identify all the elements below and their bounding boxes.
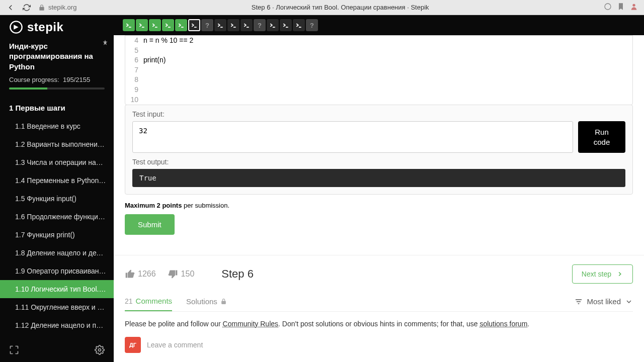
settings-icon[interactable]: [95, 345, 105, 357]
step-box[interactable]: [240, 19, 253, 31]
fullscreen-icon[interactable]: [9, 345, 19, 357]
bookmark-icon[interactable]: [617, 3, 625, 13]
svg-point-1: [632, 4, 635, 6]
logo[interactable]: stepik: [0, 15, 114, 38]
step-box[interactable]: [214, 19, 226, 31]
thumbs-down-icon: [168, 269, 178, 279]
step-box[interactable]: ?: [306, 19, 318, 31]
test-block: Test input: 32 Run code Test output: Tru…: [125, 105, 633, 195]
lock-icon: [220, 298, 227, 305]
dislike-button[interactable]: 150: [168, 269, 195, 279]
step-box[interactable]: [149, 19, 161, 31]
community-rules-link[interactable]: Community Rules: [223, 320, 278, 328]
sidebar-item-lesson[interactable]: 1.6 Продолжение функции…: [0, 208, 114, 226]
profile-icon[interactable]: [630, 3, 638, 13]
chevron-down-icon: [625, 298, 633, 306]
run-code-button[interactable]: Run code: [578, 121, 625, 153]
url-bar[interactable]: stepik.org: [38, 4, 76, 11]
test-output-label: Test output:: [132, 158, 625, 166]
test-input-label: Test input:: [132, 110, 625, 118]
tab-solutions[interactable]: Solutions: [186, 292, 227, 311]
svg-point-3: [99, 349, 101, 351]
sidebar-item-lesson[interactable]: 1.3 Числа и операции над …: [0, 153, 114, 171]
sidebar-item-lesson[interactable]: 1.8 Деление нацело и дел…: [0, 244, 114, 262]
sidebar-item-lesson[interactable]: 1.1 Введение в курс: [0, 117, 114, 135]
comment-input[interactable]: Leave a comment: [147, 341, 633, 349]
back-button[interactable]: [6, 3, 15, 12]
submit-button[interactable]: Submit: [125, 214, 175, 235]
step-label: Step 6: [221, 267, 254, 281]
tab-comments[interactable]: 21 Comments: [125, 292, 172, 311]
sidebar: stepik Инди-курс программирования на Pyt…: [0, 15, 114, 362]
sidebar-item-lesson[interactable]: 1.2 Варианты выполнения…: [0, 135, 114, 153]
sidebar-item-lesson[interactable]: 1.4 Переменные в Python. …: [0, 171, 114, 190]
test-output: True: [132, 169, 625, 187]
code-editor[interactable]: 4n = n % 10 == 256print(n)78910: [125, 35, 633, 105]
like-button[interactable]: 1266: [125, 269, 156, 279]
step-box[interactable]: [280, 19, 292, 31]
main-content: ??? 4n = n % 10 == 256print(n)78910 Test…: [114, 15, 644, 362]
reader-icon[interactable]: [604, 3, 612, 13]
progress-bar: [9, 87, 105, 89]
step-box[interactable]: [123, 19, 135, 31]
browser-toolbar: stepik.org Step 6 · Логический тип Bool.…: [0, 0, 644, 15]
solutions-forum-link[interactable]: solutions forum: [479, 320, 527, 328]
step-box[interactable]: [188, 19, 200, 31]
sidebar-item-lesson[interactable]: 1.5 Функция input(): [0, 190, 114, 208]
sidebar-item-lesson[interactable]: 1.7 Функция print(): [0, 226, 114, 244]
step-navigation: ???: [114, 15, 644, 35]
sort-icon: [575, 298, 583, 306]
thumbs-up-icon: [125, 269, 135, 279]
step-box[interactable]: [162, 19, 174, 31]
reload-button[interactable]: [22, 3, 31, 12]
svg-point-0: [605, 4, 611, 10]
sidebar-item-lesson[interactable]: 1.12 Деление нацело и по …: [0, 316, 114, 334]
sidebar-item-lesson[interactable]: 1.9 Оператор присваивани…: [0, 262, 114, 280]
lesson-list: 1.1 Введение в курс1.2 Варианты выполнен…: [0, 117, 114, 340]
step-box[interactable]: [227, 19, 239, 31]
rules-text: Please be polite and follow our Communit…: [125, 312, 633, 337]
page-title: Step 6 · Логический тип Bool. Операции с…: [84, 4, 597, 11]
points-text: Maximum 2 points per submission.: [125, 202, 633, 209]
step-box[interactable]: ?: [201, 19, 213, 31]
sort-dropdown[interactable]: Most liked: [575, 292, 633, 311]
sidebar-item-lesson[interactable]: 1.10 Логический тип Bool. …: [0, 280, 114, 298]
course-progress: Course progress: 195/2155: [9, 76, 105, 83]
step-box[interactable]: [293, 19, 305, 31]
step-box[interactable]: [136, 19, 148, 31]
pin-icon[interactable]: [102, 39, 109, 48]
sidebar-item-lesson[interactable]: 1.11 Округление вверх и о…: [0, 298, 114, 316]
course-title: Инди-курс программирования на Python: [9, 41, 105, 72]
avatar: ДГ: [125, 337, 141, 353]
next-step-button[interactable]: Next step: [572, 264, 633, 284]
step-box[interactable]: [175, 19, 187, 31]
chevron-right-icon: [616, 270, 623, 278]
test-input[interactable]: 32: [132, 121, 573, 153]
section-title[interactable]: 1 Первые шаги: [0, 95, 114, 117]
step-box[interactable]: ?: [254, 19, 266, 31]
step-box[interactable]: [267, 19, 279, 31]
